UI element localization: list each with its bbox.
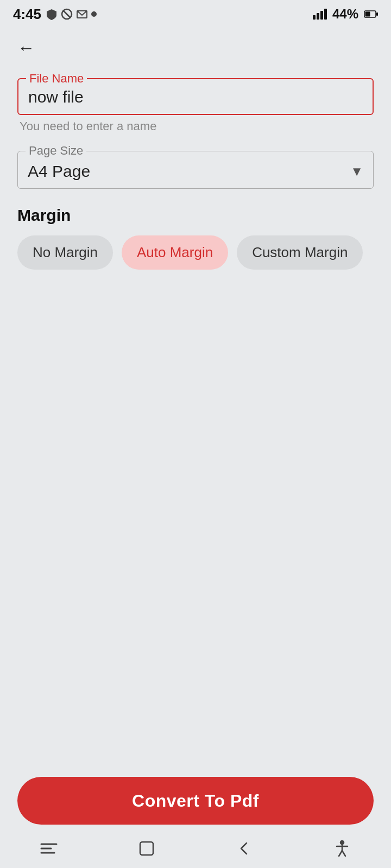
page-size-select-row: A4 Page ▼ — [28, 158, 363, 181]
nav-accessibility-icon[interactable] — [331, 838, 353, 859]
file-name-field-group: File Name You need to enter a name — [17, 78, 374, 133]
bottom-nav — [0, 829, 391, 868]
main-content: File Name You need to enter a name Page … — [0, 67, 391, 868]
margin-title: Margin — [17, 206, 374, 225]
svg-line-1 — [63, 10, 71, 18]
dropdown-arrow-icon: ▼ — [350, 159, 363, 179]
mail-icon — [76, 8, 88, 20]
page-size-label: Page Size — [26, 144, 86, 158]
svg-rect-10 — [140, 842, 153, 855]
shield-icon — [46, 8, 58, 20]
auto-margin-chip[interactable]: Auto Margin — [122, 235, 228, 270]
svg-rect-6 — [376, 12, 378, 16]
file-name-input[interactable] — [28, 85, 363, 106]
no-margin-chip[interactable]: No Margin — [17, 235, 113, 270]
file-name-label: File Name — [26, 72, 87, 86]
nav-back-icon[interactable] — [234, 838, 255, 859]
blocked-icon — [61, 8, 73, 20]
signal-icon — [313, 9, 327, 20]
dot-icon — [91, 11, 97, 17]
svg-rect-5 — [365, 12, 370, 17]
nav-menu-icon[interactable] — [38, 838, 60, 859]
battery-text: 44% — [332, 7, 358, 22]
convert-button[interactable]: Convert To Pdf — [17, 777, 374, 825]
convert-button-container: Convert To Pdf — [17, 777, 374, 825]
page-size-field-wrapper[interactable]: Page Size A4 Page ▼ — [17, 151, 374, 189]
status-right: 44% — [313, 7, 378, 22]
margin-options: No Margin Auto Margin Custom Margin — [17, 235, 374, 270]
top-nav: ← — [0, 28, 391, 67]
status-bar: 4:45 44% — [0, 0, 391, 28]
file-name-field-wrapper: File Name — [17, 78, 374, 115]
margin-section: Margin No Margin Auto Margin Custom Marg… — [17, 206, 374, 270]
back-arrow-icon: ← — [17, 39, 35, 56]
page-size-value: A4 Page — [28, 158, 90, 181]
status-time: 4:45 — [13, 6, 97, 23]
battery-icon — [364, 10, 378, 18]
custom-margin-chip[interactable]: Custom Margin — [237, 235, 363, 270]
svg-point-3 — [91, 11, 97, 17]
nav-home-icon[interactable] — [136, 838, 157, 859]
svg-line-14 — [339, 851, 342, 856]
svg-line-15 — [342, 851, 345, 856]
back-button[interactable]: ← — [13, 35, 39, 61]
file-name-helper: You need to enter a name — [17, 119, 374, 133]
status-icons — [46, 8, 97, 20]
